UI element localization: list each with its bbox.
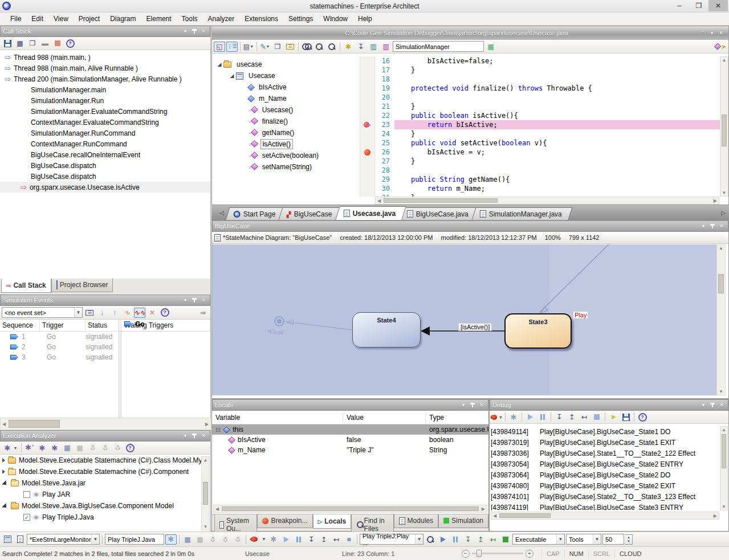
call-stack-item[interactable]: BigUseCase.dispatch	[0, 171, 210, 182]
call-stack-item[interactable]: ⇨Thread 200 (main.SimulationManager, Ali…	[0, 73, 210, 84]
step-out-icon[interactable]: ↤	[331, 534, 342, 545]
step-into-icon[interactable]: ↧	[553, 412, 565, 422]
minimize-button[interactable]: –	[670, 0, 689, 11]
speed-spinner[interactable]: 50	[602, 534, 624, 545]
properties-icon[interactable]: ▤▼	[243, 42, 254, 52]
structure-tree-item[interactable]: ≡setName(String)	[212, 161, 360, 173]
editor-class-combo[interactable]: SimulationManager	[393, 41, 484, 52]
run-icon[interactable]: ☃	[87, 443, 98, 453]
expanded-arrow-icon[interactable]	[2, 480, 8, 487]
step-icon[interactable]: ↧	[355, 42, 366, 52]
tab-scroll-left-icon[interactable]: ◁	[219, 210, 224, 216]
pin-button[interactable]	[469, 402, 477, 409]
help-icon[interactable]: ?	[124, 443, 136, 453]
state3-node[interactable]: State3	[504, 313, 572, 349]
test-run-icon[interactable]: ☃	[219, 534, 231, 545]
remove-script-icon[interactable]: ✱	[49, 443, 60, 453]
step-out-icon[interactable]: ↤	[579, 412, 590, 422]
panel-menu-button[interactable]: ▾	[459, 402, 467, 409]
state4-node[interactable]: State4	[352, 312, 421, 348]
column-value[interactable]: Value	[343, 412, 426, 422]
settings-icon[interactable]: ✱	[508, 412, 519, 422]
next-icon[interactable]: ⇒	[197, 308, 209, 318]
close-panel-button[interactable]: ✕	[717, 30, 725, 37]
stack-tree-icon[interactable]: ▦	[14, 38, 26, 48]
delete-icon[interactable]: ✕	[146, 308, 158, 318]
sim-step-into-icon[interactable]: ↧	[462, 534, 474, 545]
call-stack-item[interactable]: ⇨Thread 988 (main.main, Alive Runnable )	[0, 63, 210, 73]
analyzer-tree-item[interactable]: Model.Steve.Java.jar	[0, 477, 210, 489]
checkbox[interactable]: ✓	[23, 514, 30, 521]
debug-horizontal-scrollbar[interactable]: ◀▶	[491, 512, 719, 520]
close-panel-button[interactable]: ✕	[199, 432, 207, 440]
menu-element[interactable]: Element	[142, 13, 176, 24]
analyzer-tree-item[interactable]: Model.Steve.Executable Statemachine (C#)…	[0, 466, 210, 477]
tab-scroll-right-icon[interactable]: ▷	[721, 210, 726, 216]
pin-button[interactable]	[708, 223, 716, 230]
gutter-row[interactable]	[360, 66, 374, 75]
copy-lines-icon[interactable]: ❐	[272, 42, 283, 52]
gutter-row[interactable]	[360, 84, 374, 93]
call-stack-item[interactable]: ContextManager.RunCommand	[0, 138, 210, 149]
menu-tools[interactable]: Tools	[177, 13, 202, 24]
menu-diagram[interactable]: Diagram	[105, 13, 140, 24]
expanded-arrow-icon[interactable]	[2, 503, 8, 509]
help-icon[interactable]: ?	[159, 308, 170, 318]
menu-view[interactable]: View	[49, 13, 73, 24]
call-stack-item[interactable]: SimulationManager.EvaluateCommandString	[0, 106, 210, 117]
collapsed-arrow-icon[interactable]	[2, 458, 5, 463]
editor-tab-simulationmanager-java[interactable]: SimulationManager.java	[472, 207, 573, 220]
debug-log-entry[interactable]: [439873036]Play[BigUseCase].State1__TO__…	[491, 448, 719, 459]
panel-menu-button[interactable]: ▾	[181, 28, 189, 35]
debugger-dropdown[interactable]: ▼	[261, 534, 267, 545]
expand-button[interactable]: ⌃	[699, 30, 707, 37]
diagram-vertical-scrollbar[interactable]: ▲▼	[716, 244, 726, 395]
search-icon[interactable]	[425, 534, 436, 545]
gutter-row[interactable]	[360, 75, 374, 84]
debug-run-icon[interactable]: ☃	[232, 534, 243, 545]
structure-tree-item[interactable]: ≡Usecase()	[212, 104, 360, 116]
code-line[interactable]: 16 bIsActive=false;	[375, 56, 728, 66]
pin-button[interactable]	[190, 297, 198, 304]
line-numbers-icon[interactable]: ⋮☰	[226, 42, 238, 52]
code-line[interactable]: 22 public boolean isActive(){	[375, 111, 728, 120]
gutter-row[interactable]	[360, 120, 374, 129]
diagram-canvas[interactable]: *Final State4 State3 Play [isActive()]	[212, 244, 716, 395]
debug-log-entry[interactable]: [439874119]Play[BigUseCase].BigUseCase_S…	[491, 502, 719, 510]
locals-row[interactable]: m_Name"Triple J"String	[212, 445, 488, 455]
collapsed-arrow-icon[interactable]	[2, 469, 5, 474]
event-list-icon[interactable]: ☰	[84, 308, 95, 318]
close-panel-button[interactable]: ✕	[199, 28, 207, 35]
gutter-row[interactable]	[360, 193, 374, 202]
analyzer-icon[interactable]: ✱	[2, 443, 13, 453]
editor-tab-bigusecase[interactable]: ▞BigUseCase	[279, 207, 343, 220]
structure-tree-item[interactable]: ≡finalize()	[212, 116, 360, 127]
note-icon[interactable]: ☰	[284, 42, 296, 52]
step-over-icon[interactable]: ↥	[318, 534, 329, 545]
zoom-slider[interactable]: − +	[462, 550, 533, 558]
structure-tree-item[interactable]: ≡isActive()	[212, 138, 360, 150]
column-type[interactable]: Type	[426, 412, 488, 422]
structure-tree-item[interactable]: ≡getName()	[212, 127, 360, 138]
layout-combo[interactable]: *ExeStmLargeMonitor▼	[27, 534, 100, 545]
locals-row[interactable]: bIsActivefalseboolean	[212, 435, 488, 445]
pause-icon[interactable]	[537, 412, 548, 422]
column-splitter[interactable]	[119, 330, 121, 418]
column-sequence[interactable]: Sequence	[0, 320, 40, 331]
debug-log-entry[interactable]: [439873054]Play[BigUseCase].BigUseCase_S…	[491, 459, 719, 469]
pause-icon[interactable]	[293, 534, 304, 545]
breakpoint-gutter[interactable]	[360, 56, 375, 197]
watch-window-icon[interactable]: ▥	[368, 42, 379, 52]
column-status[interactable]: Status	[85, 320, 119, 331]
code-line[interactable]: 19 protected void finalize() throws Thro…	[375, 84, 728, 93]
code-assist-icon[interactable]: ➤	[715, 42, 727, 52]
tools-combo[interactable]: Tools▼	[566, 534, 601, 545]
gutter-row[interactable]	[360, 157, 374, 166]
debugger-icon[interactable]: ▼	[491, 412, 503, 422]
run-icon[interactable]: ☃	[207, 534, 218, 545]
call-stack-item[interactable]: ⇨Thread 988 (main.main, )	[0, 52, 210, 63]
structure-tree-item[interactable]: m_Name	[212, 93, 360, 104]
expanded-arrow-icon[interactable]: ◢	[228, 73, 236, 79]
sim-pause-icon[interactable]	[450, 534, 461, 545]
gutter-row[interactable]	[360, 56, 374, 66]
